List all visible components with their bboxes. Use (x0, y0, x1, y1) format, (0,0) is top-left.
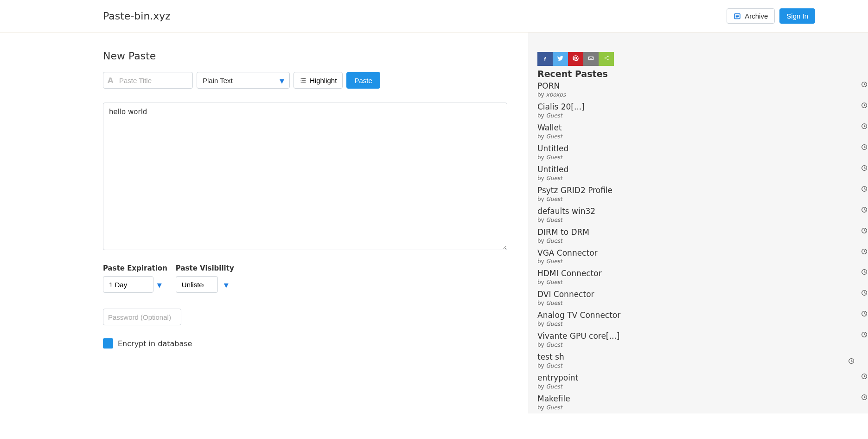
paste-link[interactable]: Untitled (537, 164, 849, 175)
clock-icon (861, 81, 868, 90)
paste-link[interactable]: Wallet (537, 123, 849, 133)
clock-icon (848, 357, 855, 367)
chevron-down-icon: ▼ (157, 282, 162, 289)
paste-link[interactable]: entrypoint (537, 373, 849, 383)
list-icon (300, 77, 307, 84)
list-item: HDMI Connectorby Guest (537, 267, 868, 288)
paste-button[interactable]: Paste (346, 72, 380, 89)
paste-author: by Guest (537, 196, 849, 202)
email-share-button[interactable] (583, 52, 599, 66)
paste-author: by Guest (537, 112, 849, 119)
paste-link[interactable]: Vivante GPU core[...] (537, 331, 849, 342)
clock-icon (861, 331, 868, 340)
clock-icon (861, 102, 868, 111)
highlight-label: Highlight (310, 77, 337, 84)
visibility-select[interactable]: Unlisted (176, 276, 218, 293)
encrypt-label: Encrypt in database (118, 339, 192, 348)
clock-icon (861, 394, 868, 403)
paste-link[interactable]: defaults win32 (537, 206, 849, 217)
clock-icon (861, 310, 868, 319)
clock-icon (861, 164, 868, 174)
paste-link[interactable]: VGA Connector (537, 248, 849, 258)
clock-icon (861, 248, 868, 257)
twitter-icon (557, 55, 564, 64)
pinterest-share-button[interactable] (568, 52, 583, 66)
encrypt-checkbox[interactable] (103, 338, 113, 349)
paste-author: by Guest (537, 279, 849, 285)
paste-author: by Guest (537, 154, 849, 161)
list-item: PORNby xboxps (537, 80, 868, 101)
archive-icon (734, 13, 741, 20)
list-item: VGA Connectorby Guest (537, 247, 868, 268)
clock-icon (861, 206, 868, 215)
share-icon (603, 55, 610, 64)
clock-icon (861, 373, 868, 382)
paste-link[interactable]: Makefile (537, 394, 849, 404)
brand-logo[interactable]: Paste-bin.xyz (103, 10, 727, 22)
facebook-icon (542, 55, 548, 64)
list-item: Untitledby Guest (537, 142, 868, 163)
list-item: DIRM to DRMby Guest (537, 226, 868, 247)
paste-author: by Guest (537, 362, 849, 369)
paste-link[interactable]: Cialis 20[...] (537, 102, 849, 112)
paste-title-input[interactable] (103, 72, 193, 89)
paste-link[interactable]: HDMI Connector (537, 268, 849, 279)
title-icon: A (108, 76, 113, 85)
page-title: New Paste (103, 50, 528, 62)
paste-link[interactable]: PORN (537, 81, 849, 91)
list-item: Analog TV Connectorby Guest (537, 309, 868, 330)
paste-author: by Guest (537, 175, 849, 181)
expiration-select[interactable]: 1 Day (103, 276, 153, 293)
paste-link[interactable]: Analog TV Connector (537, 310, 849, 321)
list-item: Untitledby Guest (537, 163, 868, 184)
list-item: Psytz GRID2 Profileby Guest (537, 184, 868, 205)
clock-icon (861, 185, 868, 194)
list-item: DVI Connectorby Guest (537, 288, 868, 309)
paste-author: by Guest (537, 238, 849, 244)
clock-icon (861, 289, 868, 298)
paste-content-textarea[interactable]: hello world (103, 103, 507, 250)
list-item: Vivante GPU core[...]by Guest (537, 330, 868, 351)
paste-author: by Guest (537, 217, 849, 223)
language-select[interactable]: Plain Text (197, 72, 290, 89)
clock-icon (861, 143, 868, 153)
archive-button[interactable]: Archive (727, 8, 775, 24)
paste-author: by Guest (537, 258, 849, 265)
clock-icon (861, 268, 868, 278)
recent-pastes-title: Recent Pastes (537, 69, 868, 79)
paste-author: by xboxps (537, 91, 849, 98)
list-item: defaults win32by Guest (537, 205, 868, 226)
share-button[interactable] (599, 52, 614, 66)
paste-author: by Guest (537, 133, 849, 140)
expiration-label: Paste Expiration (103, 264, 167, 272)
paste-link[interactable]: DIRM to DRM (537, 227, 849, 238)
password-input[interactable] (103, 309, 181, 325)
highlight-button[interactable]: Highlight (294, 72, 343, 89)
list-item: Walletby Guest (537, 122, 868, 142)
clock-icon (861, 227, 868, 236)
email-icon (587, 55, 594, 64)
paste-author: by Guest (537, 300, 849, 306)
twitter-share-button[interactable] (553, 52, 568, 66)
chevron-down-icon: ▼ (224, 282, 229, 289)
list-item: test shby Guest (537, 351, 868, 372)
paste-link[interactable]: DVI Connector (537, 289, 849, 300)
paste-link[interactable]: Psytz GRID2 Profile (537, 185, 849, 196)
paste-link[interactable]: test sh (537, 352, 849, 362)
facebook-share-button[interactable] (537, 52, 553, 66)
archive-label: Archive (745, 12, 768, 20)
pinterest-icon (572, 55, 579, 64)
clock-icon (861, 123, 868, 132)
paste-author: by Guest (537, 383, 849, 390)
list-item: Makefileby Guest (537, 393, 868, 413)
paste-author: by Guest (537, 404, 849, 411)
paste-author: by Guest (537, 342, 849, 348)
list-item: Cialis 20[...]by Guest (537, 101, 868, 122)
signin-button[interactable]: Sign In (779, 8, 815, 24)
paste-author: by Guest (537, 321, 849, 327)
paste-link[interactable]: Untitled (537, 143, 849, 154)
visibility-label: Paste Visibility (176, 264, 234, 272)
list-item: entrypointby Guest (537, 372, 868, 393)
